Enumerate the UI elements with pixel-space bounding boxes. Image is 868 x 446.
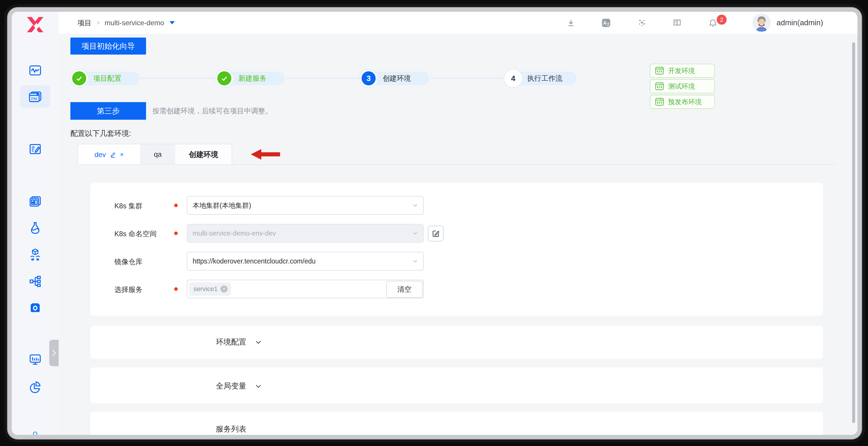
env-shortcut-label: 测试环境 (668, 82, 695, 91)
global-vars-section-header[interactable]: 全局变量 (192, 381, 262, 391)
breadcrumb-root[interactable]: 项目 (78, 18, 92, 28)
service-list-card: 服务列表 (90, 412, 823, 435)
sidebar-item-data-statistics[interactable] (12, 376, 59, 397)
app-window: PM (12, 12, 858, 435)
k8s-namespace-select[interactable]: multi-service-demo-env-dev (187, 224, 424, 243)
tab-env-dev[interactable]: dev × (78, 144, 141, 165)
breadcrumb-project[interactable]: multi-service-demo (105, 19, 164, 27)
sidebar-item-delivery[interactable] (12, 244, 59, 266)
tab-env-qa[interactable]: qa (140, 144, 176, 165)
service-list-section-header[interactable]: 服务列表 (192, 424, 246, 434)
svg-text:文: 文 (607, 22, 610, 26)
project-dropdown-caret-icon[interactable] (169, 21, 175, 24)
docs-button[interactable] (670, 12, 684, 34)
sidebar-item-settings[interactable] (12, 297, 59, 319)
step-3-number: 3 (362, 71, 376, 85)
image-registry-label: 镜像仓库 (114, 257, 143, 266)
tab-close-icon[interactable]: × (120, 151, 124, 158)
chevron-down-icon[interactable] (254, 338, 262, 346)
section-title: 环境配置 (216, 337, 246, 347)
chevron-down-icon[interactable] (254, 382, 262, 390)
download-button[interactable] (564, 12, 578, 34)
pie-chart-icon (28, 380, 42, 393)
service-tag-label: service1 (193, 285, 218, 293)
chevron-right-icon (51, 349, 57, 357)
select-value: https://koderover.tencentcloudcr.com/edu (193, 257, 315, 265)
tab-divider (78, 164, 836, 165)
tab-create-env[interactable]: 创建环境 (175, 144, 232, 165)
sidebar-item-workflows[interactable] (12, 191, 59, 212)
env-shortcut-staging-button[interactable]: 预发布环境 (650, 95, 715, 109)
required-dot (174, 287, 178, 291)
bell-icon (708, 18, 718, 28)
required-dot (174, 204, 178, 207)
step-1-indicator (70, 69, 88, 87)
sidebar-item-dashboard[interactable] (12, 60, 59, 81)
settings-box-icon (28, 301, 42, 315)
select-value: 本地集群(本地集群) (193, 201, 251, 210)
tab-label: 创建环境 (189, 150, 218, 159)
topbar: 项目 > multi-service-demo A 文 (59, 12, 858, 34)
check-icon (75, 75, 83, 82)
annotation-arrow-left-icon (251, 149, 280, 159)
step-4-number: 4 (506, 71, 520, 85)
zadig-logo-icon[interactable] (26, 17, 44, 32)
env-shortcut-label: 开发环境 (668, 66, 695, 76)
clear-services-button[interactable]: 清空 (386, 281, 423, 298)
tab-label: dev (94, 151, 106, 159)
sidebar-item-testing[interactable] (12, 217, 59, 239)
env-shortcut-label: 预发布环境 (668, 97, 702, 107)
flask-icon (28, 221, 42, 234)
k8s-namespace-label: K8s 命名空间 (114, 229, 157, 239)
env-config-section-header[interactable]: 环境配置 (192, 337, 262, 347)
gallery-board-icon (28, 195, 42, 208)
book-icon (673, 18, 682, 28)
chevron-down-icon (412, 202, 418, 209)
sidebar-item-projects[interactable]: PM (12, 86, 59, 108)
avatar[interactable] (752, 13, 771, 32)
download-icon (566, 19, 575, 27)
window-code-icon (655, 82, 664, 90)
monitor-bars-icon (28, 353, 42, 366)
avatar-image (752, 13, 771, 32)
sidebar-item-partial-bottom[interactable] (32, 431, 38, 435)
env-config-card: 环境配置 (90, 326, 823, 359)
delivery-box-icon (28, 248, 42, 262)
step-1-label: 项目配置 (93, 71, 121, 85)
integrations-button[interactable] (634, 12, 649, 34)
step-4-label: 执行工作流 (527, 71, 562, 85)
k8s-cluster-select[interactable]: 本地集群(本地集群) (187, 196, 424, 215)
sidebar-collapse-handle[interactable] (49, 340, 59, 366)
window-code-icon (655, 67, 664, 75)
edit-note-icon (28, 142, 42, 156)
vertical-scrollbar[interactable] (852, 42, 855, 423)
step-connector (430, 78, 506, 79)
step-3-indicator: 3 (360, 69, 377, 87)
language-button[interactable]: A 文 (599, 12, 614, 34)
step-2-label: 新建服务 (239, 71, 267, 85)
svg-text:PM: PM (31, 96, 37, 101)
remove-tag-icon[interactable]: × (220, 286, 227, 293)
tab-label: qa (154, 150, 162, 158)
service-tag: service1 × (189, 283, 231, 295)
select-value: multi-service-demo-env-dev (193, 230, 276, 237)
sidebar-item-release-notes[interactable] (12, 138, 59, 160)
chevron-down-icon (412, 230, 418, 237)
check-icon (220, 75, 228, 82)
user-menu[interactable]: admin(admin) (776, 12, 823, 34)
edit-pencil-icon[interactable] (110, 151, 116, 158)
env-form-card: K8s 集群 本地集群(本地集群) K8s 命名空间 multi-service… (90, 183, 823, 316)
step-description: 按需创建环境，后续可在项目中调整。 (153, 102, 272, 120)
env-shortcut-dev-button[interactable]: 开发环境 (650, 64, 715, 78)
step-connector (286, 78, 361, 79)
step-2-indicator (216, 69, 233, 87)
window-code-icon (655, 98, 664, 106)
edit-namespace-button[interactable] (428, 226, 444, 241)
env-shortcut-test-button[interactable]: 测试环境 (650, 79, 715, 93)
image-registry-select[interactable]: https://koderover.tencentcloudcr.com/edu (187, 252, 424, 271)
global-vars-card: 全局变量 (90, 367, 823, 403)
svg-text:A: A (603, 20, 607, 25)
step-three-banner: 第三步 (70, 102, 146, 120)
sidebar-item-resources[interactable] (12, 271, 59, 292)
select-services-label: 选择服务 (114, 285, 143, 294)
